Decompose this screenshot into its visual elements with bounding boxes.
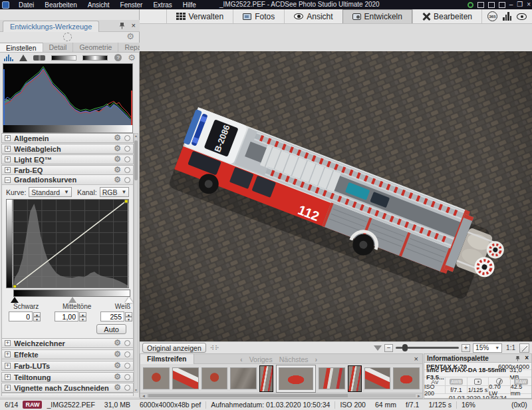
menu-hilfe[interactable]: Hilfe (178, 1, 201, 9)
exposure-warning-icon[interactable] (19, 55, 27, 61)
photo-canvas[interactable]: 112 (140, 51, 532, 341)
layout-box-3-icon[interactable] (499, 2, 505, 8)
panel-scrollbar[interactable]: ▲ ▼ (134, 133, 138, 393)
section-weissabgleich[interactable]: + Weißabgleich ⚙ (1, 144, 134, 154)
filmstrip-thumbnail[interactable] (201, 367, 228, 389)
original-anzeigen-button[interactable]: Original anzeigen (142, 343, 206, 353)
tab-geometrie[interactable]: Geometrie (73, 43, 118, 52)
section-gear-icon[interactable]: ⚙ (114, 144, 121, 153)
tab-einstellen[interactable]: Einstellen (0, 43, 43, 52)
app-icon[interactable] (2, 1, 9, 9)
layout-box-2-icon[interactable] (488, 2, 495, 8)
section-teiltonung[interactable]: + Teiltonung ⚙ (1, 372, 134, 382)
zoom-out-button[interactable]: − (384, 344, 393, 352)
layout-box-1-icon[interactable] (477, 2, 484, 8)
expand-icon[interactable]: + (5, 340, 11, 346)
section-allgemein[interactable]: + Allgemein ⚙ (1, 133, 134, 143)
section-toggle-icon[interactable] (124, 146, 130, 152)
collapse-icon[interactable]: − (5, 177, 11, 183)
histogram-icon[interactable] (4, 55, 13, 61)
tab-bearbeiten[interactable]: Bearbeiten (412, 9, 481, 23)
curve-editor[interactable] (6, 199, 129, 288)
mitteltoene-input[interactable] (55, 311, 78, 321)
section-gear-icon[interactable]: ⚙ (114, 166, 121, 174)
expand-icon[interactable]: + (5, 167, 11, 173)
midtone-slider[interactable] (68, 297, 76, 303)
develop-panel-tab[interactable]: Entwicklungs-Werkzeuge (3, 21, 99, 32)
kanal-dropdown[interactable]: RGB▼ (100, 187, 130, 197)
section-gear-icon[interactable]: ⚙ (114, 176, 121, 184)
pin-icon[interactable] (515, 356, 520, 361)
section-toggle-icon[interactable] (124, 156, 130, 162)
tone-gradient-icon[interactable] (51, 55, 76, 61)
filmstrip-thumbnail[interactable] (348, 365, 362, 392)
filmstrip-thumbnail[interactable] (393, 367, 420, 389)
schwarz-input[interactable] (9, 311, 33, 321)
next-chevron-icon[interactable]: › (315, 355, 317, 363)
expand-icon[interactable]: + (5, 135, 11, 141)
section-farb-eq[interactable]: + Farb-EQ ⚙ (1, 165, 134, 175)
filmstrip-thumbnail[interactable] (172, 367, 199, 389)
scroll-left-icon[interactable]: ◄ (142, 393, 146, 399)
account-icon[interactable] (467, 2, 473, 8)
kurve-dropdown[interactable]: Standard▼ (29, 187, 72, 197)
section-toggle-icon[interactable] (124, 167, 130, 173)
section-weichzeichner[interactable]: + Weichzeichner ⚙ (1, 338, 134, 348)
zoom-slider[interactable] (396, 347, 459, 349)
section-toggle-icon[interactable] (124, 351, 130, 357)
menu-extras[interactable]: Extras (148, 1, 177, 9)
filmstrip-thumbnail-selected[interactable] (276, 365, 316, 393)
section-effekte[interactable]: + Effekte ⚙ (1, 349, 134, 359)
histogram-gear-icon[interactable]: ⚙ (128, 53, 136, 62)
section-gear-icon[interactable]: ⚙ (114, 339, 121, 347)
tab-ansicht[interactable]: Ansicht (284, 9, 342, 23)
section-gear-icon[interactable]: ⚙ (114, 155, 121, 164)
expand-icon[interactable]: + (5, 385, 11, 391)
filmstrip-tab[interactable]: Filmstreifen (140, 354, 194, 364)
section-gear-icon[interactable]: ⚙ (114, 383, 121, 392)
section-toggle-icon[interactable] (124, 177, 130, 183)
filmstrip-scrollbar[interactable]: ◄ ► (140, 393, 422, 398)
spin-down-icon[interactable]: ▼ (79, 317, 86, 321)
expand-icon[interactable]: + (5, 146, 11, 152)
menu-bearbeiten[interactable]: Bearbeiten (39, 1, 82, 9)
tab-verwalten[interactable]: Verwalten (166, 9, 233, 23)
section-toggle-icon[interactable] (124, 135, 130, 141)
filmstrip-thumbnail[interactable] (364, 367, 391, 389)
acdsee-365-icon[interactable]: 365 (487, 11, 497, 21)
naechstes-link[interactable]: Nächstes (279, 355, 309, 363)
expand-icon[interactable]: + (5, 374, 11, 380)
expand-icon[interactable]: + (5, 156, 11, 162)
section-gear-icon[interactable]: ⚙ (114, 134, 121, 142)
black-point-slider[interactable] (11, 297, 19, 303)
section-toggle-icon[interactable] (124, 374, 130, 380)
section-toggle-icon[interactable] (124, 363, 130, 369)
spin-up-icon[interactable]: ▲ (79, 312, 86, 317)
section-toggle-icon[interactable] (124, 385, 130, 391)
spin-up-icon[interactable]: ▲ (33, 312, 41, 317)
actual-size-button[interactable]: 1:1 (505, 344, 517, 351)
zoom-menu-icon[interactable] (374, 345, 382, 351)
info-palette-close-icon[interactable]: × (525, 354, 529, 361)
previous-chevron-icon[interactable]: ‹ (240, 355, 243, 363)
dashboard-icon[interactable] (503, 12, 511, 21)
tab-detail[interactable]: Detail (43, 43, 74, 52)
weiss-input[interactable] (100, 311, 124, 321)
fit-view-icon[interactable]: ⠺⠗ (210, 345, 220, 351)
filmstrip-thumbnail[interactable] (230, 367, 257, 389)
filmstrip-close-icon[interactable]: × (414, 355, 418, 363)
gradationskurven-header[interactable]: − Gradationskurven ⚙ (2, 175, 133, 185)
panel-settings-gear-icon[interactable]: ⚙ (126, 32, 134, 41)
section-gear-icon[interactable]: ⚙ (114, 373, 121, 381)
filmstrip-thumbnail[interactable] (143, 367, 170, 389)
auto-button[interactable]: Auto (96, 324, 126, 334)
expand-icon[interactable]: + (5, 351, 11, 357)
section-gear-icon[interactable]: ⚙ (114, 361, 121, 370)
menu-datei[interactable]: Datei (13, 1, 39, 9)
pixel-picker-icon[interactable] (33, 55, 45, 61)
midtone-gradient-icon[interactable] (82, 55, 108, 61)
menu-fenster[interactable]: Fenster (115, 1, 148, 9)
develop-target-icon[interactable] (63, 33, 72, 41)
scroll-right-icon[interactable]: ► (417, 393, 421, 399)
tab-entwickeln[interactable]: Entwickeln (342, 9, 412, 23)
